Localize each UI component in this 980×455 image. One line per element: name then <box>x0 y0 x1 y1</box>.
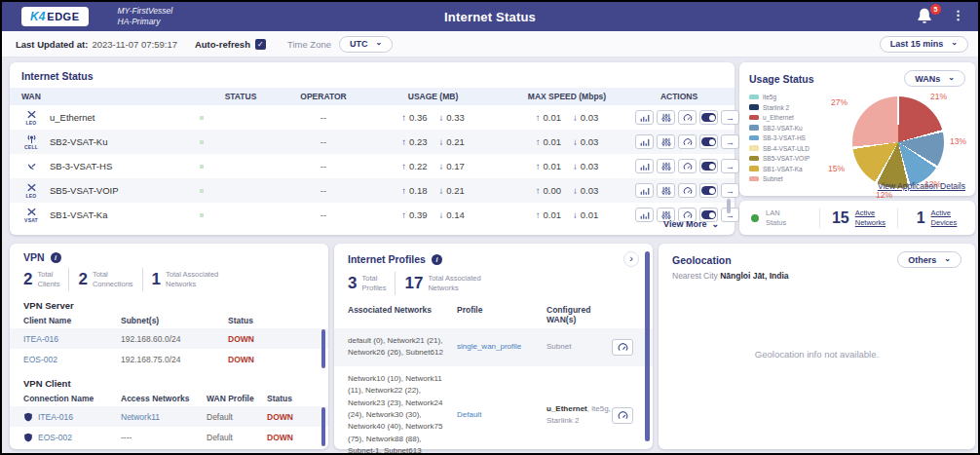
internet-status-table-header: WAN STATUS OPERATOR USAGE (MB) MAX SPEED… <box>10 88 735 105</box>
total-profiles-count: 3 <box>348 274 357 293</box>
vpn-connection-link[interactable]: EOS-002 <box>23 433 121 442</box>
legend-label: SB2-VSAT-Ku <box>763 125 803 132</box>
page-title: Internet Status <box>444 10 536 24</box>
settings-sliders-button[interactable] <box>657 110 675 125</box>
chart-action-button[interactable] <box>635 208 654 222</box>
timezone-dropdown[interactable]: UTC ⌄ <box>339 36 393 53</box>
table-row: default (0), Network21 (21), Network26 (… <box>334 328 653 366</box>
usage-pie-chart[interactable] <box>852 96 944 188</box>
lan-status-label: LANStatus <box>766 209 786 227</box>
wan-name: SB-3-VSAT-HS <box>50 161 112 171</box>
notifications-button[interactable]: 5 <box>916 7 935 26</box>
usage-status-title: Usage Status <box>749 73 814 85</box>
speed-test-button[interactable] <box>612 339 633 356</box>
vpn-title: VPN <box>23 251 45 263</box>
wan-toggle[interactable] <box>699 159 718 173</box>
geolocation-source-value: Others <box>908 255 936 265</box>
speed-test-button[interactable] <box>612 407 633 424</box>
down-arrow-icon: ↓ <box>439 161 444 171</box>
chart-action-button[interactable] <box>635 159 654 173</box>
go-to-detail-button[interactable]: → <box>721 110 739 125</box>
info-icon[interactable]: i <box>51 252 61 263</box>
dish-icon <box>26 161 37 171</box>
table-row: ITEA-016 Network11 Default DOWN <box>10 406 328 427</box>
active-networks-count: 15 <box>832 209 849 227</box>
profile-link[interactable]: single_wan_profile <box>457 341 547 353</box>
usage-up: 0.23 <box>409 136 428 147</box>
info-icon[interactable]: i <box>432 254 442 265</box>
table-row: EOS-002 ---- Default DOWN <box>10 427 328 447</box>
speed-test-button[interactable] <box>678 134 697 149</box>
speed-up: 0.01 <box>544 209 562 220</box>
legend-item: SB-3-VSAT-HS <box>749 134 827 141</box>
pie-percent-label: 15% <box>828 164 845 173</box>
go-to-detail-button[interactable]: → <box>721 159 739 173</box>
timezone-value: UTC <box>350 39 368 49</box>
active-devices-link[interactable]: ActiveDevices <box>931 209 958 228</box>
time-range-dropdown[interactable]: Last 15 mins ⌄ <box>880 36 968 53</box>
speed-test-button[interactable] <box>678 159 697 173</box>
lan-status-card: LANStatus 15 ActiveNetworks 1 ActiveDevi… <box>739 201 975 235</box>
vpn-client-title: VPN Client <box>10 375 328 391</box>
expand-panel-button[interactable]: › <box>623 251 639 267</box>
view-more-link[interactable]: View More⌄ <box>663 219 719 229</box>
scrollbar-thumb[interactable] <box>321 329 325 368</box>
chart-action-button[interactable] <box>635 110 654 125</box>
wan-type-label: CELL <box>24 145 38 150</box>
go-to-detail-button[interactable]: → <box>721 183 739 198</box>
vpn-connection-link[interactable]: ITEA-016 <box>23 412 121 422</box>
scrollbar-thumb[interactable] <box>727 199 731 213</box>
chevron-down-icon: ⌄ <box>951 38 958 47</box>
app-logo[interactable]: K4 EDGE <box>21 7 89 26</box>
vpn-client-name-link[interactable]: ITEA-016 <box>23 334 121 344</box>
settings-sliders-button[interactable] <box>657 159 675 173</box>
profile-link[interactable]: Default <box>457 409 547 421</box>
geolocation-source-dropdown[interactable]: Others⌄ <box>897 251 961 268</box>
auto-refresh-label: Auto-refresh <box>195 39 250 50</box>
active-networks-link[interactable]: ActiveNetworks <box>855 209 886 228</box>
usage-source-dropdown[interactable]: WANs⌄ <box>904 70 965 87</box>
legend-item: SB1-VSAT-Ka <box>749 166 827 172</box>
nearest-city-value: Nāngloi Jāt, India <box>720 271 788 281</box>
legend-swatch <box>749 176 759 182</box>
usage-up: 0.39 <box>409 209 428 220</box>
wan-toggle[interactable] <box>699 134 718 149</box>
scrollbar-thumb[interactable] <box>321 407 325 446</box>
vpn-total-clients: 2 <box>23 270 32 289</box>
subnet-value: 192.168.75.0/24 <box>121 355 228 364</box>
configured-wans-value: Subnet <box>547 342 571 351</box>
chevron-down-icon: ⌄ <box>944 254 951 263</box>
chart-action-button[interactable] <box>635 134 654 149</box>
table-row: Network10 (10), Network11 (11), Network2… <box>334 366 653 455</box>
settings-sliders-button[interactable] <box>657 134 675 149</box>
speed-test-button[interactable] <box>678 183 697 198</box>
vpn-server-header: Client NameSubnet(s)Status <box>10 313 328 328</box>
pie-percent-label: 27% <box>831 97 848 107</box>
speed-down: 0.03 <box>581 161 599 171</box>
chart-action-button[interactable] <box>635 183 654 198</box>
auto-refresh-checkbox[interactable]: ✓ <box>255 39 266 50</box>
vpn-client-name-link[interactable]: EOS-002 <box>23 355 121 364</box>
table-row: VSATSB1-VSAT-Ka -- ↑0.39↓0.14 ↑0.01↓0.01… <box>10 203 735 227</box>
go-to-detail-button[interactable]: → <box>721 134 739 149</box>
settings-sliders-button[interactable] <box>657 183 675 198</box>
vpn-client-header: Connection NameAccess NetworksWAN Profil… <box>10 391 328 406</box>
wan-profile-value: Default <box>207 412 267 422</box>
status-badge: DOWN <box>267 433 315 442</box>
speed-test-button[interactable] <box>678 110 697 125</box>
access-network-link[interactable]: Network11 <box>121 412 207 422</box>
geolocation-title: Geolocation <box>672 254 732 266</box>
view-application-details-link[interactable]: View Application Details <box>878 181 965 191</box>
dashboard-page: K4 EDGE MY-FirstVessel HA-Primary Intern… <box>0 0 980 455</box>
up-arrow-icon: ↑ <box>536 136 541 147</box>
kebab-menu-icon[interactable]: ⋮ <box>952 8 964 22</box>
usage-status-panel: Usage Status WANs⌄ lte5g Starlink 2 u_Et… <box>739 62 975 196</box>
associated-networks-value: default (0), Network21 (21), Network26 (… <box>348 335 457 360</box>
legend-label: Subnet <box>763 175 783 182</box>
wan-toggle[interactable] <box>699 183 718 198</box>
speed-up: 0.01 <box>544 161 562 171</box>
scrollbar-thumb[interactable] <box>645 251 650 441</box>
wan-toggle[interactable] <box>699 110 718 125</box>
wan-type-label: VSAT <box>24 218 38 223</box>
internet-profiles-title: Internet Profiles <box>348 253 426 265</box>
